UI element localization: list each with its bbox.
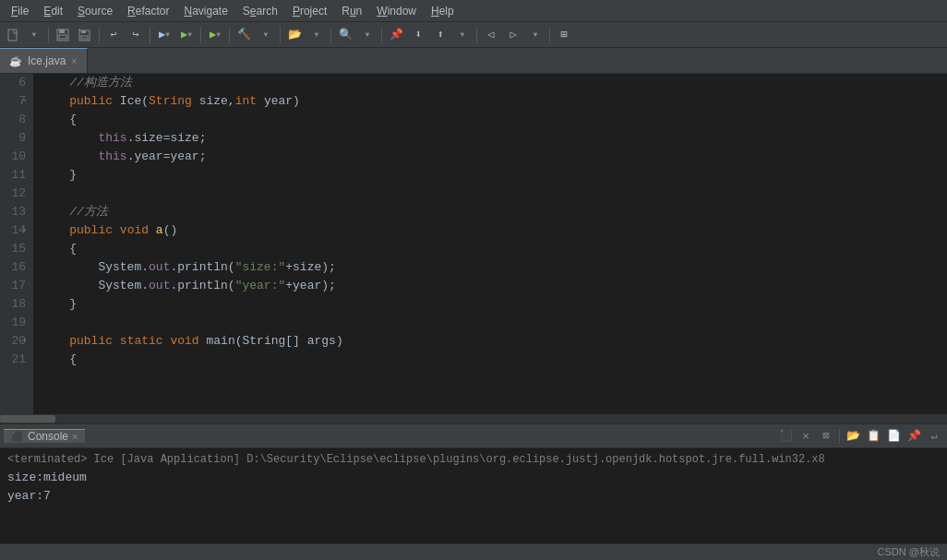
save-button[interactable] (53, 25, 73, 45)
console-output: <terminated> Ice [Java Application] D:\S… (0, 448, 947, 543)
code-line-21: { (41, 351, 940, 369)
console-terminate-btn[interactable]: ⬛ (776, 427, 795, 446)
external-tools-dropdown-icon: ▼ (264, 30, 269, 39)
line-number-17: 17 (4, 277, 26, 295)
line-number-8: 8 (4, 111, 26, 129)
new-button[interactable] (4, 25, 24, 45)
horizontal-scroll-thumb[interactable] (0, 415, 55, 423)
search-btn[interactable]: 🔍 (335, 25, 355, 45)
code-line-6: //构造方法 (41, 74, 940, 92)
search-dropdown[interactable]: ▼ (357, 25, 378, 45)
code-line-12 (41, 185, 940, 203)
menu-run[interactable]: Run (334, 0, 369, 21)
menu-search[interactable]: Search (235, 0, 285, 21)
coverage-button[interactable]: ▶ ▼ (205, 25, 225, 45)
line-numbers: 6789101112131415161718192021 (0, 74, 33, 414)
code-line-19 (41, 314, 940, 332)
external-tools-dropdown[interactable]: ▼ (256, 25, 276, 45)
open-perspective-btn[interactable]: ⊞ (554, 25, 574, 45)
back-btn[interactable]: ◁ (481, 25, 501, 45)
prev-annotation-btn[interactable]: ⬆ (430, 25, 450, 45)
new-dropdown-button[interactable]: ▼ (24, 25, 44, 45)
forward-btn[interactable]: ▷ (503, 25, 523, 45)
horizontal-scrollbar[interactable] (0, 414, 947, 423)
console-tab-left: ⬛ Console × (4, 429, 85, 443)
console-remove-btn[interactable]: ✕ (797, 427, 815, 446)
chevron-down-icon: ▼ (32, 30, 37, 39)
open-type-btn[interactable]: 📂 (284, 25, 305, 45)
menu-help[interactable]: Help (424, 0, 462, 21)
code-line-10: this.year=year; (41, 148, 940, 166)
console-terminated-text: <terminated> Ice [Java Application] D:\S… (7, 450, 940, 469)
status-bar: CSDN @秋说 (0, 543, 947, 560)
line-number-14: 14 (4, 221, 26, 240)
line-number-11: 11 (4, 166, 26, 185)
menu-source[interactable]: Source (70, 0, 120, 21)
toggle-mark-btn[interactable]: 📌 (386, 25, 406, 45)
line-number-9: 9 (4, 129, 26, 148)
menu-project-label: Project (293, 5, 327, 18)
toolbar-sep-8 (381, 27, 382, 43)
line-number-21: 21 (4, 351, 26, 369)
line-number-15: 15 (4, 240, 26, 258)
line-number-6: 6 (4, 74, 26, 92)
code-line-8: { (41, 111, 940, 129)
line-number-18: 18 (4, 295, 26, 314)
nav-dropdown[interactable]: ▼ (525, 25, 545, 45)
ice-java-tab[interactable]: ☕ Ice.java × (0, 48, 88, 73)
debug-dropdown[interactable]: ▶ ▼ (154, 25, 174, 45)
line-number-10: 10 (4, 148, 26, 166)
menu-edit[interactable]: Edit (36, 0, 70, 21)
next-annotation-btn[interactable]: ⬇ (408, 25, 428, 45)
console-scroll-lock-btn[interactable]: 📌 (905, 427, 923, 446)
external-tools-btn[interactable]: 🔨 (234, 25, 254, 45)
console-paste-btn[interactable]: 📄 (884, 427, 903, 446)
menu-project[interactable]: Project (285, 0, 334, 21)
code-line-15: { (41, 240, 940, 258)
menu-window-label: Window (377, 5, 416, 18)
code-content[interactable]: //构造方法 public Ice(String size,int year) … (33, 74, 947, 414)
save-all-button[interactable] (75, 25, 95, 45)
console-word-wrap-btn[interactable]: ↵ (925, 427, 943, 446)
console-copy-btn[interactable]: 📋 (864, 427, 882, 446)
coverage-dropdown-icon: ▼ (216, 30, 221, 39)
code-line-20: public static void main(String[] args) (41, 332, 940, 351)
console-output-line-2: year:7 (7, 487, 940, 506)
code-line-11: } (41, 166, 940, 185)
menu-edit-label: Edit (43, 5, 63, 18)
annotation-dropdown[interactable]: ▼ (452, 25, 473, 45)
code-line-18: } (41, 295, 940, 314)
menu-navigate[interactable]: Navigate (176, 0, 234, 21)
toolbar-new-group: ▼ (4, 25, 44, 45)
console-tab-close[interactable]: × (72, 431, 78, 442)
menu-file[interactable]: File (4, 0, 36, 21)
debug-dropdown-icon: ▼ (165, 30, 170, 39)
menu-bar: File Edit Source Refactor Navigate Searc… (0, 0, 947, 22)
menu-file-label: File (11, 5, 29, 18)
line-number-19: 19 (4, 314, 26, 332)
menu-refactor-label: Refactor (127, 5, 169, 18)
toolbar-sep-3 (150, 27, 150, 43)
svg-rect-5 (81, 30, 86, 33)
status-text: CSDN @秋说 (878, 545, 940, 559)
console-tab-bar: ⬛ Console × ⬛ ✕ ⊠ 📂 📋 📄 📌 ↵ (0, 424, 947, 448)
run-dropdown[interactable]: ▶ ▼ (176, 25, 197, 45)
tab-close-button[interactable]: × (71, 55, 77, 66)
annotation-dropdown-icon: ▼ (461, 30, 465, 39)
open-type-dropdown[interactable]: ▼ (306, 25, 327, 45)
console-tab[interactable]: ⬛ Console × (4, 429, 85, 443)
java-file-icon: ☕ (9, 55, 22, 67)
console-open-file-btn[interactable]: 📂 (844, 427, 862, 446)
editor-area: 6789101112131415161718192021 //构造方法 publ… (0, 74, 947, 414)
open-type-dropdown-icon: ▼ (315, 30, 319, 39)
console-remove-all-btn[interactable]: ⊠ (817, 427, 835, 446)
toolbar-sep-1 (48, 27, 49, 43)
svg-rect-3 (59, 35, 66, 39)
undo-button[interactable]: ↩ (103, 25, 124, 45)
menu-window[interactable]: Window (369, 0, 424, 21)
redo-button[interactable]: ↪ (126, 25, 146, 45)
menu-refactor[interactable]: Refactor (120, 0, 176, 21)
code-line-16: System.out.println("size:"+size); (41, 258, 940, 277)
code-line-7: public Ice(String size,int year) (41, 92, 940, 111)
svg-rect-0 (8, 30, 17, 41)
